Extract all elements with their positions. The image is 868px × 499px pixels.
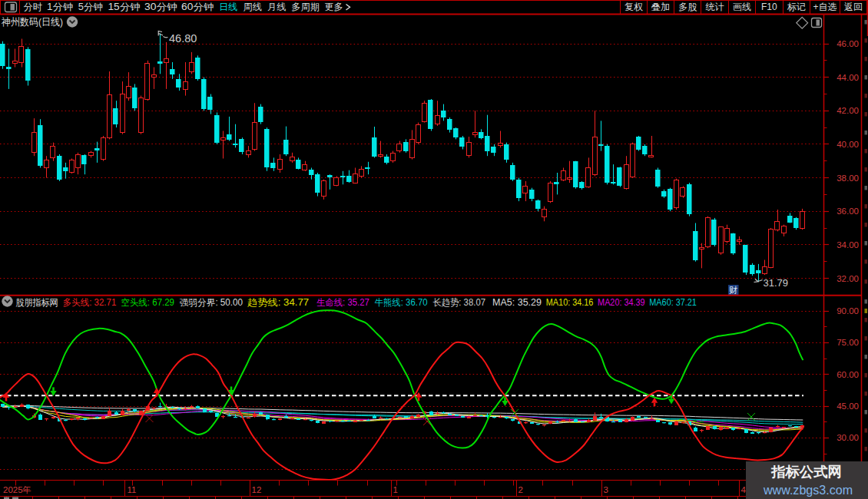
svg-text:长趋势: 38.07: 长趋势: 38.07 — [432, 297, 485, 308]
svg-text:42.00: 42.00 — [837, 106, 859, 115]
svg-text:3: 3 — [604, 485, 608, 494]
svg-text:30.00: 30.00 — [837, 433, 859, 442]
svg-text:40.00: 40.00 — [837, 140, 859, 149]
svg-text:46.00: 46.00 — [837, 39, 859, 48]
svg-text:MA20: 34.39: MA20: 34.39 — [598, 297, 645, 308]
svg-text:画线: 画线 — [733, 2, 751, 12]
svg-text:1分钟: 1分钟 — [47, 2, 74, 12]
svg-text:指标公式网: 指标公式网 — [770, 464, 842, 480]
svg-text:MA60: 37.21: MA60: 37.21 — [649, 297, 697, 308]
svg-text:2025年: 2025年 — [3, 485, 31, 494]
svg-text:更多: 更多 — [324, 2, 343, 12]
svg-text:返回: 返回 — [844, 2, 863, 12]
svg-text:财: 财 — [729, 286, 738, 295]
svg-text:神州数码(日线): 神州数码(日线) — [1, 16, 63, 28]
svg-text:www.zbgs3.com: www.zbgs3.com — [763, 484, 853, 497]
svg-text:生命线: 35.27: 生命线: 35.27 — [316, 297, 369, 308]
svg-text:叠加: 叠加 — [651, 2, 670, 12]
svg-text:75.00: 75.00 — [837, 338, 859, 347]
svg-text:12: 12 — [252, 485, 262, 494]
svg-text:牛熊线: 36.70: 牛熊线: 36.70 — [375, 297, 428, 308]
svg-text:1: 1 — [393, 485, 398, 494]
svg-text:+自选: +自选 — [813, 2, 837, 12]
svg-text:F10: F10 — [761, 2, 777, 12]
svg-text:复权: 复权 — [624, 2, 643, 12]
svg-text:44.00: 44.00 — [837, 73, 859, 82]
svg-text:多股: 多股 — [678, 2, 697, 12]
svg-text:4: 4 — [741, 485, 747, 494]
svg-text:趋势线: 34.77: 趋势线: 34.77 — [247, 297, 309, 308]
svg-text:60.00: 60.00 — [837, 370, 859, 379]
svg-text:30分钟: 30分钟 — [144, 2, 177, 12]
svg-text:股朋指标网: 股朋指标网 — [15, 297, 58, 308]
svg-text:统计: 统计 — [706, 2, 724, 12]
svg-text:38.00: 38.00 — [837, 173, 859, 183]
svg-text:11: 11 — [128, 485, 137, 494]
svg-text:60分钟: 60分钟 — [181, 2, 214, 12]
svg-text:46.80: 46.80 — [169, 32, 197, 45]
svg-text:多头线: 32.71: 多头线: 32.71 — [63, 297, 117, 308]
svg-text:2: 2 — [518, 485, 523, 494]
svg-text:分时: 分时 — [24, 2, 43, 12]
svg-text:MA10: 34.16: MA10: 34.16 — [546, 297, 594, 308]
svg-text:36.00: 36.00 — [837, 207, 859, 216]
svg-text:月线: 月线 — [267, 2, 286, 12]
svg-text:强弱分界: 50.00: 强弱分界: 50.00 — [180, 297, 244, 308]
svg-text:空头线: 67.29: 空头线: 67.29 — [121, 297, 174, 308]
svg-text:MA5: 35.29: MA5: 35.29 — [492, 297, 542, 308]
svg-text:34.00: 34.00 — [837, 240, 859, 250]
svg-text:日线: 日线 — [219, 2, 237, 12]
svg-text:15分钟: 15分钟 — [108, 2, 141, 12]
svg-text:标记: 标记 — [787, 2, 806, 12]
svg-text:32.00: 32.00 — [837, 274, 859, 283]
svg-text:周线: 周线 — [244, 2, 262, 12]
svg-text:90.00: 90.00 — [837, 306, 859, 316]
svg-text:多周期: 多周期 — [291, 2, 320, 12]
svg-text:5分钟: 5分钟 — [78, 2, 104, 12]
svg-text:31.79: 31.79 — [764, 277, 789, 289]
svg-text:45.00: 45.00 — [837, 402, 859, 411]
